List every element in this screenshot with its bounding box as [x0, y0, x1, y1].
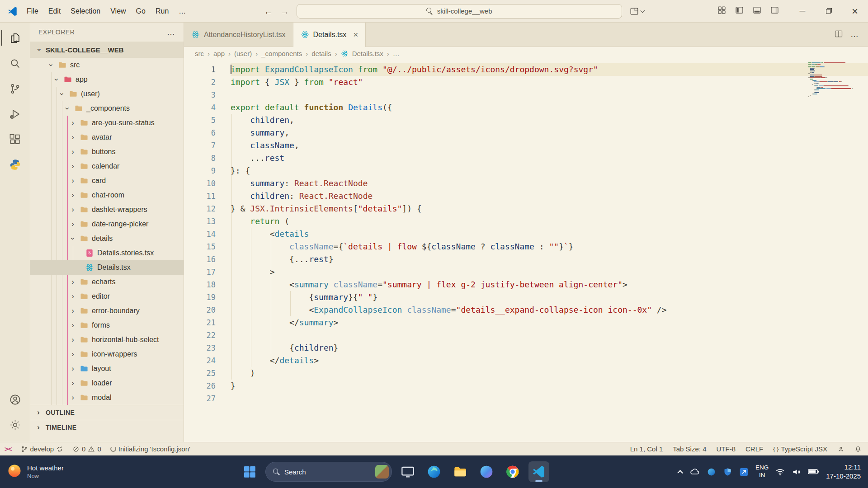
code-line[interactable] [231, 89, 868, 101]
line-number[interactable]: 16 [184, 253, 216, 266]
remote-window-icon[interactable]: >< [5, 445, 12, 453]
share-icon[interactable] [739, 467, 749, 477]
tree-item--components[interactable]: ›_components [30, 101, 184, 116]
split-editor-icon[interactable] [834, 29, 843, 40]
code-line[interactable]: </summary> [231, 316, 868, 329]
minimap[interactable] [808, 62, 863, 99]
code-line[interactable]: return ( [231, 215, 868, 228]
account-status-icon[interactable] [837, 446, 844, 453]
code-line[interactable] [231, 329, 868, 342]
tree-item-loader[interactable]: ›loader [30, 376, 184, 390]
tree-item-calendar[interactable]: ›calendar [30, 159, 184, 174]
menu-view[interactable]: View [105, 5, 131, 18]
line-number-gutter[interactable]: 1234567891011121314151617181920212223242… [184, 60, 216, 442]
customize-layout-icon[interactable] [629, 6, 644, 16]
command-center-search[interactable]: skill-college__web [297, 4, 622, 19]
settings-gear-icon[interactable] [1, 412, 28, 437]
tree-item-layout[interactable]: ›layout [30, 361, 184, 376]
onedrive-icon[interactable] [689, 466, 700, 477]
notifications-bell-icon[interactable] [854, 446, 862, 453]
menu-file[interactable]: File [22, 5, 43, 18]
line-number[interactable]: 5 [184, 114, 216, 127]
hidden-icons-chevron[interactable] [678, 469, 682, 475]
minimize-button[interactable]: ─ [789, 0, 816, 23]
line-number[interactable]: 11 [184, 190, 216, 202]
code-line[interactable]: children: React.ReactNode [231, 190, 868, 202]
close-tab-icon[interactable]: × [353, 30, 358, 40]
line-number[interactable]: 6 [184, 127, 216, 139]
tree-item-are-you-sure-status[interactable]: ›are-you-sure-status [30, 116, 184, 130]
breadcrumb-item[interactable]: src [195, 50, 204, 57]
code-line[interactable]: > [231, 266, 868, 278]
code-line[interactable]: {...rest} [231, 253, 868, 266]
line-number[interactable]: 18 [184, 278, 216, 291]
line-number[interactable]: 2 [184, 76, 216, 89]
tree-item-details[interactable]: ›details [30, 231, 184, 246]
line-number[interactable]: 3 [184, 89, 216, 101]
chrome-taskbar-icon[interactable] [502, 461, 523, 482]
code-line[interactable]: <summary className="summary | flex g-2 j… [231, 278, 868, 291]
workspace-root[interactable]: › SKILL-COLLEGE__WEB [30, 42, 184, 58]
tree-item-details-tsx[interactable]: Details.tsx [30, 260, 184, 275]
tab-size-status[interactable]: Tab Size: 4 [673, 445, 706, 453]
desktop-taskbar-icon[interactable] [397, 461, 418, 482]
code-line[interactable]: } & JSX.IntrinsicElements["details"]) { [231, 202, 868, 215]
breadcrumb-item[interactable]: Details.tsx [352, 50, 383, 57]
copilot-taskbar-icon[interactable] [476, 461, 497, 482]
code-line[interactable]: className={`details | flow ${className ?… [231, 240, 868, 253]
tree-item-src[interactable]: ›src [30, 58, 184, 72]
tree-item-card[interactable]: ›card [30, 174, 184, 188]
toggle-sidebar-icon[interactable] [735, 5, 744, 17]
source-control-activity-icon[interactable] [1, 76, 28, 101]
line-number[interactable]: 17 [184, 266, 216, 278]
code-line[interactable]: <details [231, 228, 868, 240]
code-line[interactable]: children, [231, 114, 868, 127]
line-number[interactable]: 26 [184, 380, 216, 392]
extensions-activity-icon[interactable] [1, 127, 28, 152]
breadcrumb-item[interactable]: app [213, 50, 225, 57]
line-number[interactable]: 14 [184, 228, 216, 240]
line-number[interactable]: 15 [184, 240, 216, 253]
line-number[interactable]: 23 [184, 342, 216, 354]
code-line[interactable]: className, [231, 139, 868, 152]
menu-run[interactable]: Run [151, 5, 174, 18]
breadcrumb-item[interactable]: … [393, 50, 400, 57]
line-number[interactable]: 27 [184, 392, 216, 405]
tree-item-editor[interactable]: ›editor [30, 289, 184, 304]
line-number[interactable]: 21 [184, 316, 216, 329]
line-number[interactable]: 12 [184, 202, 216, 215]
python-activity-icon[interactable] [1, 152, 28, 177]
code-line[interactable]: ) [231, 367, 868, 380]
code-line[interactable]: {summary}{" "} [231, 291, 868, 304]
volume-icon[interactable] [792, 467, 801, 477]
tree-item--user-[interactable]: ›(user) [30, 87, 184, 101]
code-line[interactable]: {children} [231, 342, 868, 354]
start-button[interactable] [239, 461, 260, 482]
line-number[interactable]: 1 [184, 63, 216, 76]
tree-item-date-range-picker[interactable]: ›date-range-picker [30, 217, 184, 231]
tree-item-echarts[interactable]: ›echarts [30, 275, 184, 289]
outline-section[interactable]: › OUTLINE [30, 405, 184, 420]
edge-tray-icon[interactable] [707, 467, 716, 477]
code-line[interactable] [231, 392, 868, 405]
breadcrumb-item[interactable]: (user) [234, 50, 252, 57]
breadcrumb-item[interactable]: details [311, 50, 331, 57]
nav-back-icon[interactable]: ← [264, 7, 273, 16]
run-debug-activity-icon[interactable] [1, 101, 28, 127]
file-explorer-taskbar-icon[interactable] [450, 461, 471, 482]
search-activity-icon[interactable] [1, 51, 28, 76]
problems-status[interactable]: 0 0 [72, 445, 101, 453]
line-number[interactable]: 9 [184, 164, 216, 177]
edge-taskbar-icon[interactable] [424, 461, 444, 482]
menu-edit[interactable]: Edit [43, 5, 66, 18]
vscode-taskbar-icon[interactable] [528, 461, 549, 482]
encoding-status[interactable]: UTF-8 [716, 445, 736, 453]
line-number[interactable]: 4 [184, 101, 216, 114]
line-number[interactable]: 25 [184, 367, 216, 380]
code-line[interactable]: ...rest [231, 152, 868, 164]
eol-status[interactable]: CRLF [745, 445, 763, 453]
line-number[interactable]: 19 [184, 291, 216, 304]
code-line[interactable]: import { JSX } from "react" [231, 76, 868, 89]
code-line[interactable]: import ExpandCollapseIcon from "@/../pub… [231, 63, 868, 76]
wifi-icon[interactable] [775, 467, 785, 477]
